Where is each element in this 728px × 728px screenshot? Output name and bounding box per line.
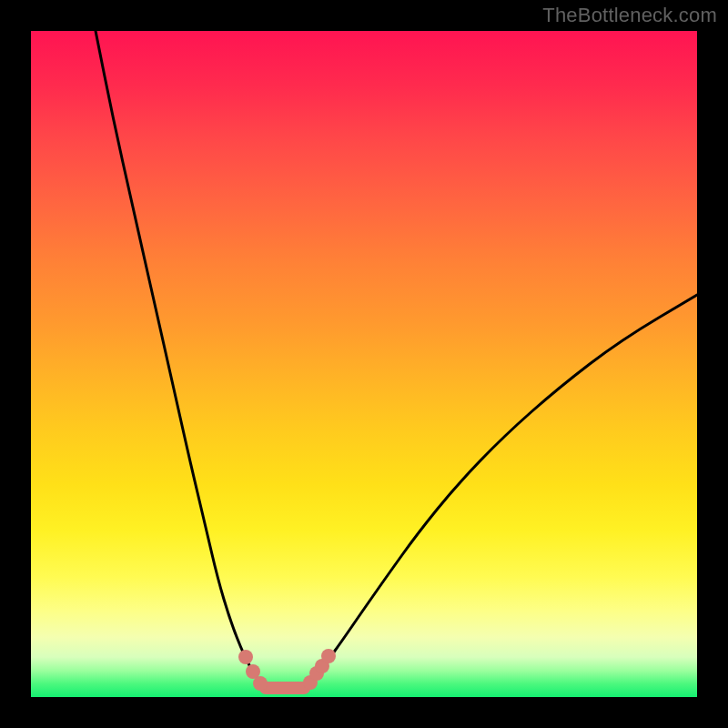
marker-dot (321, 649, 336, 663)
curve-left (96, 31, 266, 688)
chart-frame: TheBottleneck.com (0, 0, 728, 728)
marker-dot (238, 650, 253, 664)
watermark-text: TheBottleneck.com (542, 4, 717, 27)
marker-dot (253, 676, 268, 691)
curve-layer (31, 31, 697, 697)
plot-area (31, 31, 697, 697)
curve-right (304, 295, 697, 688)
